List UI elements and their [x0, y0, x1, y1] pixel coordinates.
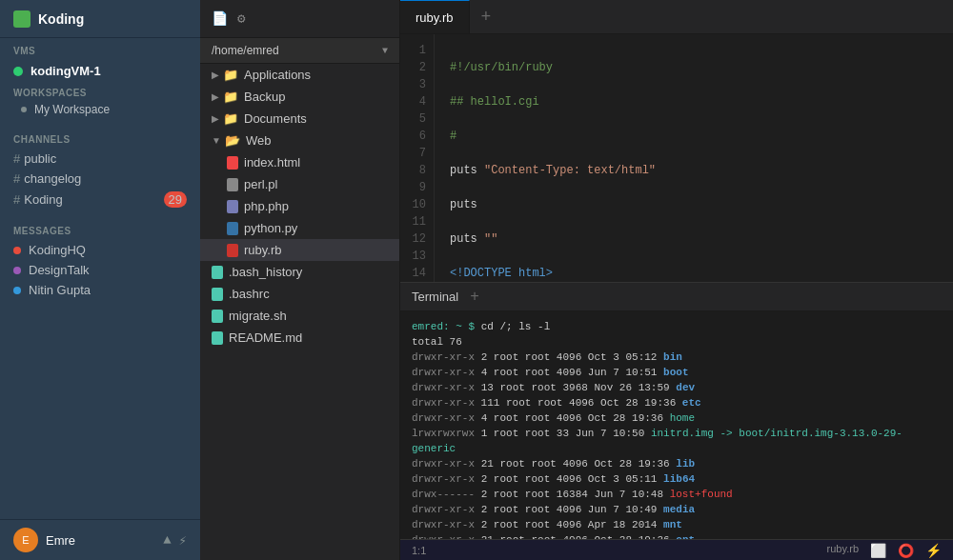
- tab-ruby-rb[interactable]: ruby.rb: [400, 0, 470, 33]
- footer-icons: ▲ ⚡: [163, 532, 187, 549]
- sidebar: Koding VMS kodingVM-1 WORKSPACES My Work…: [0, 0, 200, 560]
- user-status-dot: [13, 267, 21, 274]
- file-type-icon: [212, 331, 223, 345]
- tree-file-index-html[interactable]: index.html: [200, 151, 399, 173]
- status-right: ruby.rb ⬜ ⭕ ⚡: [827, 543, 942, 558]
- terminal-content[interactable]: emred: ~ $ cd /; ls -l total 76 drwxr-xr…: [400, 311, 953, 539]
- message-nitin[interactable]: Nitin Gupta: [0, 280, 200, 300]
- line-numbers: 12345 678910 1112131415 16171819: [400, 34, 435, 282]
- file-type-icon: [227, 244, 238, 257]
- tree-item-label: README.md: [229, 330, 302, 345]
- lightning-icon[interactable]: ⚡: [179, 532, 187, 549]
- code-content: #!/usr/bin/ruby ## helloI.cgi # puts "Co…: [435, 34, 953, 282]
- sidebar-footer: E Emre ▲ ⚡: [0, 519, 200, 560]
- status-file: ruby.rb: [827, 543, 859, 558]
- folder-arrow-icon: ▶: [212, 91, 219, 102]
- tree-file-php[interactable]: php.php: [200, 195, 399, 217]
- tree-item-label: python.py: [244, 221, 297, 235]
- channel-public[interactable]: # public: [0, 149, 200, 169]
- settings-status-icon[interactable]: ⚡: [925, 543, 942, 558]
- channel-koding[interactable]: # Koding 29: [0, 189, 200, 210]
- message-user-name: Nitin Gupta: [29, 283, 91, 297]
- file-type-icon: [227, 156, 238, 170]
- file-tree-content: ▶ 📁 Applications ▶ 📁 Backup ▶ 📁 Document…: [200, 64, 399, 560]
- user-info: E Emre: [13, 528, 75, 552]
- message-designtalk[interactable]: DesignTalk: [0, 260, 200, 280]
- github-icon[interactable]: ⭕: [898, 543, 914, 558]
- message-kodinghq[interactable]: KodingHQ: [0, 240, 200, 260]
- workspace-dot: [21, 107, 27, 112]
- user-status-dot: [13, 247, 21, 254]
- tree-file-readme[interactable]: README.md: [200, 327, 399, 349]
- folder-arrow-icon: ▶: [212, 70, 219, 80]
- current-path: /home/emred: [212, 44, 279, 57]
- add-tab-button[interactable]: +: [470, 0, 503, 34]
- channel-name: changelog: [24, 171, 81, 186]
- editor-tabs: ruby.rb +: [400, 0, 953, 34]
- user-status-dot: [13, 287, 21, 294]
- vms-label: VMS: [0, 38, 200, 60]
- terminal-tab[interactable]: Terminal: [412, 290, 458, 304]
- folder-arrow-expanded-icon: ▼: [212, 135, 221, 146]
- tree-file-perl-pl[interactable]: perl.pl: [200, 173, 399, 195]
- tree-folder-documents[interactable]: ▶ 📁 Documents: [200, 108, 399, 130]
- tree-folder-web[interactable]: ▼ 📂 Web: [200, 130, 399, 151]
- folder-open-icon: 📂: [225, 133, 240, 148]
- filetree-header: 📄 ⚙: [200, 0, 399, 38]
- tree-item-label: php.php: [244, 199, 289, 213]
- arrow-up-icon[interactable]: ▲: [163, 532, 171, 549]
- channel-name: Koding: [24, 192, 62, 207]
- editor-content[interactable]: 12345 678910 1112131415 16171819 #!/usr/…: [400, 34, 953, 282]
- path-arrow-icon: ▼: [382, 46, 388, 56]
- terminal-add-tab[interactable]: +: [458, 289, 491, 306]
- main-area: ruby.rb + 12345 678910 1112131415 161718…: [400, 0, 953, 560]
- tree-item-label: Backup: [244, 90, 285, 104]
- settings-icon[interactable]: ⚙: [237, 10, 245, 27]
- koding-logo: [13, 10, 30, 28]
- file-type-icon: [227, 200, 238, 213]
- tree-item-label: index.html: [244, 155, 300, 170]
- vm-item[interactable]: kodingVM-1: [0, 60, 200, 82]
- tab-label: ruby.rb: [416, 10, 454, 25]
- folder-icon: 📁: [223, 111, 238, 126]
- tree-file-bash-history[interactable]: .bash_history: [200, 261, 399, 283]
- tree-item-label: Documents: [244, 111, 307, 126]
- channels-label: CHANNELS: [0, 127, 200, 149]
- status-position: 1:1: [412, 545, 426, 556]
- file-type-icon: [212, 288, 223, 301]
- path-bar: /home/emred ▼: [200, 38, 399, 64]
- vm-status-dot: [13, 67, 23, 76]
- vm-name: kodingVM-1: [30, 64, 101, 78]
- sidebar-header: Koding: [0, 0, 200, 38]
- terminal-icon[interactable]: ⬜: [870, 543, 886, 558]
- status-bar: 1:1 ruby.rb ⬜ ⭕ ⚡: [400, 539, 953, 560]
- tree-file-python[interactable]: python.py: [200, 217, 399, 239]
- hash-icon: #: [13, 151, 20, 166]
- channel-changelog[interactable]: # changelog: [0, 169, 200, 189]
- message-user-name: DesignTalk: [29, 263, 90, 277]
- tree-file-bashrc[interactable]: .bashrc: [200, 283, 399, 305]
- tree-item-label: .bash_history: [229, 265, 302, 279]
- file-tree-panel: 📄 ⚙ /home/emred ▼ ▶ 📁 Applications ▶ 📁 B…: [200, 0, 400, 560]
- tree-file-ruby[interactable]: ruby.rb: [200, 239, 399, 261]
- messages-section: MESSAGES KodingHQ DesignTalk Nitin Gupta: [0, 218, 200, 300]
- channel-name: public: [24, 151, 56, 166]
- tree-folder-backup[interactable]: ▶ 📁 Backup: [200, 86, 399, 108]
- tree-item-label: migrate.sh: [229, 309, 287, 323]
- user-avatar: E: [13, 528, 38, 552]
- filetree-icons: 📄 ⚙: [212, 10, 245, 27]
- workspace-item[interactable]: My Workspace: [0, 100, 200, 119]
- channels-section: CHANNELS # public # changelog # Koding 2…: [0, 127, 200, 210]
- file-type-icon: [227, 178, 238, 191]
- folder-arrow-icon: ▶: [212, 113, 219, 124]
- folder-icon: 📁: [223, 90, 238, 104]
- messages-label: MESSAGES: [0, 218, 200, 240]
- file-icon[interactable]: 📄: [212, 10, 228, 27]
- terminal-header: Terminal +: [400, 283, 953, 311]
- app-title: Koding: [38, 11, 84, 27]
- workspace-name: My Workspace: [34, 103, 110, 116]
- tree-file-migrate[interactable]: migrate.sh: [200, 305, 399, 327]
- tree-item-label: perl.pl: [244, 177, 277, 191]
- tree-folder-applications[interactable]: ▶ 📁 Applications: [200, 64, 399, 86]
- file-type-icon: [212, 266, 223, 279]
